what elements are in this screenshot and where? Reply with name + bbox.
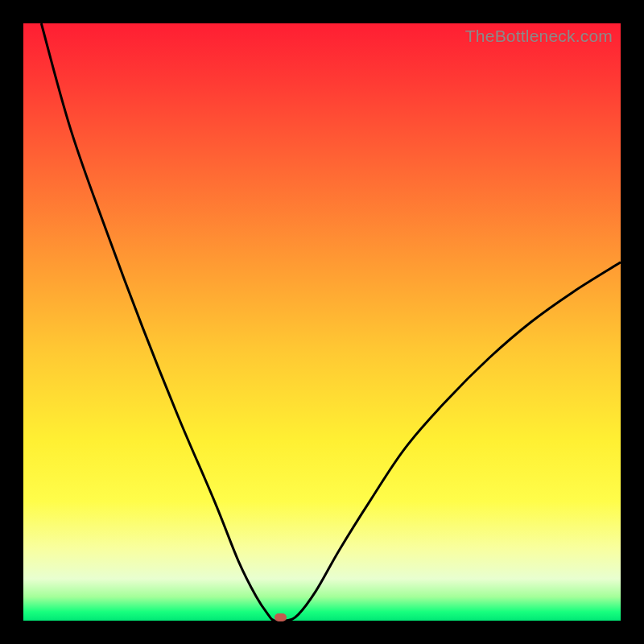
bottleneck-curve (23, 23, 621, 621)
chart-plot-area: TheBottleneck.com (23, 23, 621, 621)
optimal-point-marker (275, 613, 287, 621)
chart-frame: TheBottleneck.com (0, 0, 644, 644)
curve-path (41, 23, 621, 621)
